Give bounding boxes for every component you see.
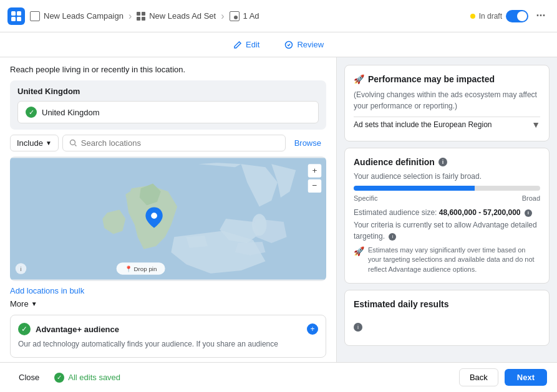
include-label: Include — [17, 138, 43, 148]
daily-results-loading: i — [354, 318, 540, 337]
more-label: More — [10, 299, 29, 308]
location-section: United Kingdom ✓ United Kingdom — [10, 80, 326, 130]
more-row[interactable]: More ▼ — [10, 299, 326, 308]
svg-rect-0 — [11, 11, 16, 16]
estimates-row: 🚀 Estimates may vary significantly over … — [354, 246, 540, 274]
app-icon — [7, 7, 25, 25]
bottom-bar: Close ✓ All edits saved Back Next — [0, 362, 557, 392]
daily-results-card: Estimated daily results i — [344, 290, 550, 346]
eu-region-chevron-icon: ▼ — [531, 120, 540, 130]
left-panel: Reach people living in or recently in th… — [0, 57, 337, 362]
estimates-icon: 🚀 — [354, 246, 364, 256]
svg-text:i: i — [20, 265, 21, 272]
search-box — [62, 135, 286, 151]
location-group-label: United Kingdom — [17, 87, 319, 96]
review-button[interactable]: Review — [277, 36, 331, 53]
daily-results-header: Estimated daily results — [354, 299, 540, 314]
reach-text: Reach people living in or recently in th… — [10, 65, 326, 74]
advantage-section: ✓ Advantage+ audience + Our ad technolog… — [10, 315, 326, 358]
advantage-desc: Our ad technology automatically finds yo… — [18, 339, 318, 350]
spectrum-labels: Specific Broad — [354, 194, 540, 202]
edit-button[interactable]: Edit — [226, 36, 267, 53]
browse-button[interactable]: Browse — [289, 135, 326, 151]
svg-point-5 — [70, 140, 75, 145]
audience-size-info-icon: i — [525, 209, 532, 217]
draft-status: In draft ··· — [470, 7, 550, 25]
add-bulk-link[interactable]: Add locations in bulk — [10, 286, 326, 295]
specific-label: Specific — [354, 194, 378, 202]
right-panel: 🚀 Performance may be impacted (Evolving … — [337, 57, 557, 362]
audience-definition-card: Audience definition i Your audience sele… — [344, 148, 550, 284]
audience-definition-header: Audience definition i — [354, 157, 540, 167]
location-item-label: United Kingdom — [42, 108, 100, 117]
search-row: Include ▼ Browse — [10, 135, 326, 151]
advantage-plus-button[interactable]: + — [307, 323, 318, 335]
saved-check-icon: ✓ — [54, 373, 64, 383]
map-area: 📍 Drop pin + − i — [10, 156, 326, 281]
draft-dot — [470, 14, 475, 19]
performance-title: 🚀 Performance may be impacted — [354, 74, 540, 84]
nav-more-button[interactable]: ··· — [532, 7, 550, 25]
selection-text: Your audience selection is fairly broad. — [354, 172, 540, 181]
back-button[interactable]: Back — [459, 368, 498, 386]
ad-label: 1 Ad — [243, 11, 259, 21]
advantage-check-icon: ✓ — [18, 323, 31, 335]
svg-rect-2 — [11, 17, 16, 21]
draft-label: In draft — [479, 12, 502, 21]
top-nav: New Leads Campaign › New Leads Ad Set › … — [0, 0, 557, 32]
estimates-text: Estimates may vary significantly over ti… — [368, 246, 540, 274]
document-icon — [30, 11, 40, 21]
adset-nav-item[interactable]: New Leads Ad Set — [137, 11, 216, 21]
svg-rect-3 — [17, 17, 21, 21]
location-item: ✓ United Kingdom — [17, 101, 319, 123]
campaign-nav-item[interactable]: New Leads Campaign — [30, 11, 124, 21]
include-button[interactable]: Include ▼ — [10, 135, 59, 151]
performance-icon: 🚀 — [354, 74, 364, 84]
search-input[interactable] — [81, 138, 279, 148]
ad-nav-item[interactable]: 1 Ad — [230, 11, 259, 21]
svg-point-8 — [151, 213, 157, 219]
adset-label: New Leads Ad Set — [149, 11, 216, 21]
campaign-label: New Leads Campaign — [44, 11, 124, 21]
include-chevron-icon: ▼ — [46, 140, 52, 146]
edit-icon — [233, 41, 242, 49]
eu-region-label: Ad sets that include the European Region — [354, 120, 492, 129]
more-chevron-icon: ▼ — [31, 300, 37, 307]
draft-toggle[interactable] — [506, 10, 528, 22]
daily-results-info-icon: i — [354, 323, 362, 332]
audience-def-title: Audience definition — [354, 157, 435, 167]
svg-rect-1 — [17, 11, 21, 16]
main-layout: Reach people living in or recently in th… — [0, 57, 557, 362]
grid-icon — [137, 12, 145, 21]
search-icon — [69, 139, 77, 147]
broad-label: Broad — [522, 194, 540, 202]
saved-label: All edits saved — [68, 373, 120, 382]
nav-arrow-2: › — [221, 11, 224, 22]
close-button[interactable]: Close — [10, 369, 48, 386]
svg-text:+: + — [312, 166, 317, 175]
performance-card: 🚀 Performance may be impacted (Evolving … — [344, 65, 550, 141]
review-icon — [284, 41, 293, 49]
ad-icon — [230, 11, 240, 21]
advantage-title: Advantage+ audience — [36, 325, 119, 334]
next-button[interactable]: Next — [505, 369, 547, 386]
action-bar: Edit Review — [0, 32, 557, 57]
svg-text:📍 Drop pin: 📍 Drop pin — [125, 265, 157, 273]
performance-text: (Evolving changes within the ads ecosyst… — [354, 89, 540, 112]
criteria-text: Your criteria is currently set to allow … — [354, 219, 540, 242]
location-check-icon: ✓ — [26, 107, 37, 118]
audience-def-info-icon: i — [438, 158, 447, 166]
audience-size: Estimated audience size: 48,600,000 - 57… — [354, 208, 540, 217]
daily-results-title: Estimated daily results — [354, 299, 449, 309]
criteria-info-icon: i — [389, 233, 396, 241]
audience-size-value: 48,600,000 - 57,200,000 i — [439, 208, 532, 217]
eu-region-row[interactable]: Ad sets that include the European Region… — [354, 117, 540, 132]
saved-indicator: ✓ All edits saved — [54, 373, 120, 383]
nav-arrow-1: › — [128, 11, 132, 22]
svg-text:−: − — [312, 181, 317, 190]
advantage-header: ✓ Advantage+ audience + — [18, 323, 318, 335]
map-svg: 📍 Drop pin + − i — [10, 156, 326, 281]
spectrum-bar — [354, 186, 540, 191]
